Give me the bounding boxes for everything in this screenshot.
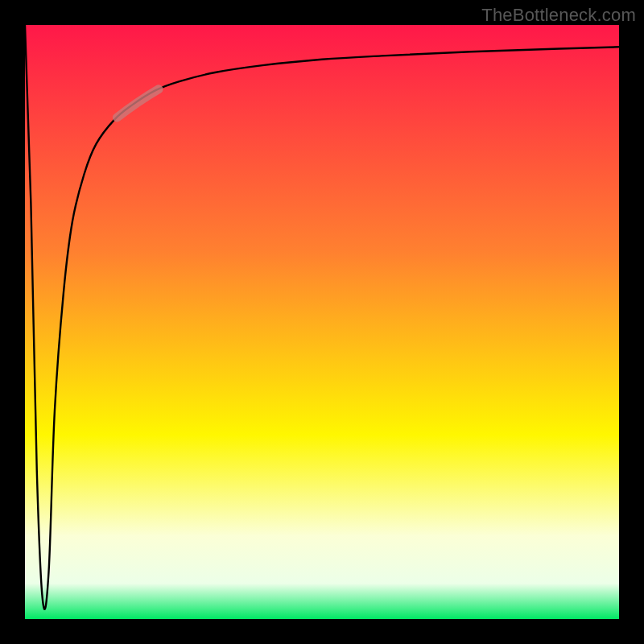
fit-curve (25, 25, 619, 619)
watermark-text: TheBottleneck.com (481, 5, 636, 26)
plot-area (25, 25, 619, 619)
chart-frame: TheBottleneck.com (0, 0, 644, 644)
